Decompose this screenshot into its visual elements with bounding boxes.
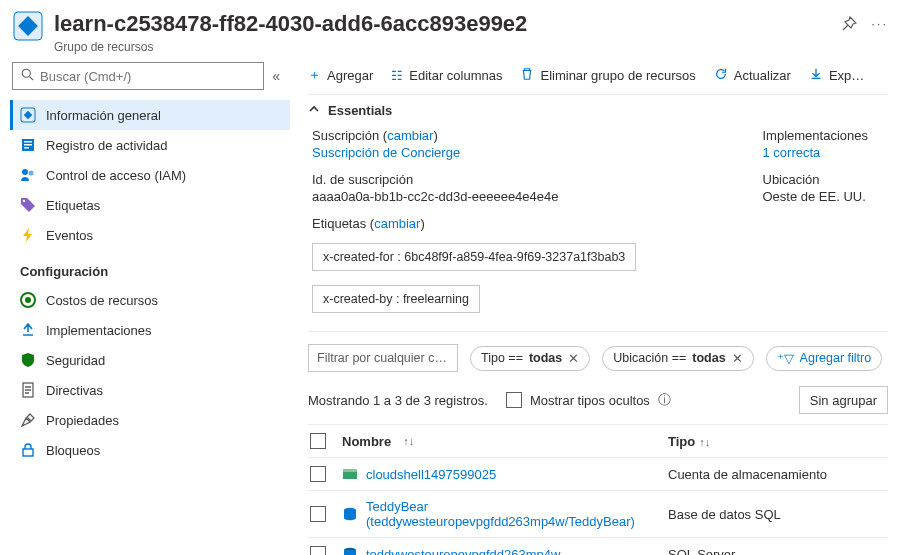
command-bar: ＋Agregar ☷Editar columnas Eliminar grupo… <box>308 62 888 94</box>
resource-table: Nombre↑↓ Tipo↑↓ cloudshell1497599025 Cue… <box>308 424 888 555</box>
svg-rect-8 <box>24 144 32 146</box>
sidebar-item-tags[interactable]: Etiquetas <box>10 190 290 220</box>
sidebar-item-label: Seguridad <box>46 353 105 368</box>
chevron-up-icon <box>308 103 320 118</box>
info-icon[interactable]: ⓘ <box>658 391 671 409</box>
trash-icon <box>520 67 534 84</box>
sidebar-item-events[interactable]: Eventos <box>10 220 290 250</box>
sidebar-item-label: Registro de actividad <box>46 138 167 153</box>
sidebar-item-properties[interactable]: Propiedades <box>10 405 290 435</box>
resource-type: Cuenta de almacenamiento <box>668 467 888 482</box>
resource-type: SQL Server <box>668 547 888 556</box>
filter-pill-location[interactable]: Ubicación == todas✕ <box>602 346 753 371</box>
select-all-checkbox[interactable] <box>310 433 326 449</box>
content-area: ＋Agregar ☷Editar columnas Eliminar grupo… <box>290 58 900 555</box>
row-checkbox[interactable] <box>310 466 326 482</box>
columns-icon: ☷ <box>391 68 403 83</box>
sidebar-item-label: Implementaciones <box>46 323 152 338</box>
table-row[interactable]: TeddyBear (teddywesteuropevpgfdd263mp4w/… <box>308 490 888 537</box>
svg-line-3 <box>30 77 34 81</box>
sidebar-item-activity-log[interactable]: Registro de actividad <box>10 130 290 160</box>
show-hidden-checkbox[interactable] <box>506 392 522 408</box>
tags-icon <box>20 197 36 213</box>
sidebar-item-label: Bloqueos <box>46 443 100 458</box>
tags-label: Etiquetas <box>312 216 366 231</box>
row-checkbox[interactable] <box>310 506 326 522</box>
add-filter-button[interactable]: ⁺▽Agregar filtro <box>766 346 883 371</box>
tag-pill[interactable]: x-created-by : freelearning <box>312 285 480 313</box>
search-input[interactable] <box>12 62 264 90</box>
group-by-select[interactable]: Sin agrupar <box>799 386 888 414</box>
sidebar-item-deployments[interactable]: Implementaciones <box>10 315 290 345</box>
sidebar-item-overview[interactable]: Información general <box>10 100 290 130</box>
sidebar-item-locks[interactable]: Bloqueos <box>10 435 290 465</box>
change-tags-link[interactable]: cambiar <box>374 216 420 231</box>
resource-link[interactable]: teddywesteuropevpgfdd263mp4w <box>366 547 560 556</box>
svg-point-11 <box>29 171 34 176</box>
subscription-link[interactable]: Suscripción de Concierge <box>312 145 703 160</box>
sidebar-item-security[interactable]: Seguridad <box>10 345 290 375</box>
page-subtitle: Grupo de recursos <box>54 40 841 54</box>
show-hidden-label: Mostrar tipos ocultos <box>530 393 650 408</box>
sidebar-item-label: Eventos <box>46 228 93 243</box>
svg-point-12 <box>23 200 25 202</box>
sidebar-item-label: Directivas <box>46 383 103 398</box>
add-button[interactable]: ＋Agregar <box>308 66 373 84</box>
refresh-button[interactable]: Actualizar <box>714 67 791 84</box>
svg-rect-18 <box>343 469 357 472</box>
table-row[interactable]: teddywesteuropevpgfdd263mp4w SQL Server <box>308 537 888 555</box>
svg-rect-9 <box>24 147 29 149</box>
close-icon[interactable]: ✕ <box>732 351 743 366</box>
policies-icon <box>20 382 36 398</box>
sidebar-item-policies[interactable]: Directivas <box>10 375 290 405</box>
search-field[interactable] <box>40 69 255 84</box>
sidebar-item-label: Etiquetas <box>46 198 100 213</box>
column-header-type[interactable]: Tipo↑↓ <box>668 434 888 449</box>
location-label: Ubicación <box>763 172 869 187</box>
change-subscription-link[interactable]: cambiar <box>387 128 433 143</box>
add-filter-icon: ⁺▽ <box>777 351 794 366</box>
essentials-toggle[interactable]: Essentials <box>308 94 888 128</box>
sidebar-item-label: Control de acceso (IAM) <box>46 168 186 183</box>
collapse-sidebar-icon[interactable]: « <box>272 68 280 84</box>
page-title: learn-c2538478-ff82-4030-add6-6acc893e99… <box>54 10 841 38</box>
column-header-name[interactable]: Nombre↑↓ <box>342 434 668 449</box>
delete-rg-button[interactable]: Eliminar grupo de recursos <box>520 67 695 84</box>
close-icon[interactable]: ✕ <box>568 351 579 366</box>
edit-columns-button[interactable]: ☷Editar columnas <box>391 68 502 83</box>
pin-icon[interactable] <box>841 16 857 35</box>
resource-type: Base de datos SQL <box>668 507 888 522</box>
more-icon[interactable]: ··· <box>871 16 888 35</box>
sidebar-item-iam[interactable]: Control de acceso (IAM) <box>10 160 290 190</box>
sql-database-icon <box>342 506 358 522</box>
export-button[interactable]: Exp… <box>809 67 864 84</box>
activity-log-icon <box>20 137 36 153</box>
events-icon <box>20 227 36 243</box>
row-checkbox[interactable] <box>310 546 326 555</box>
svg-rect-16 <box>23 449 33 456</box>
table-row[interactable]: cloudshell1497599025 Cuenta de almacenam… <box>308 457 888 490</box>
resource-link[interactable]: cloudshell1497599025 <box>366 467 496 482</box>
sql-server-icon <box>342 546 358 555</box>
subscription-id-label: Id. de suscripción <box>312 172 703 187</box>
security-icon <box>20 352 36 368</box>
deployments-link[interactable]: 1 correcta <box>763 145 869 160</box>
overview-icon <box>20 107 36 123</box>
subscription-id-value: aaaa0a0a-bb1b-cc2c-dd3d-eeeeee4e4e4e <box>312 189 703 204</box>
svg-point-10 <box>22 169 28 175</box>
tag-pill[interactable]: x-created-for : 6bc48f9f-a859-4fea-9f69-… <box>312 243 636 271</box>
search-icon <box>21 68 34 84</box>
resource-link[interactable]: TeddyBear (teddywesteuropevpgfdd263mp4w/… <box>366 499 668 529</box>
storage-account-icon <box>342 466 358 482</box>
location-value: Oeste de EE. UU. <box>763 189 869 204</box>
filter-bar: Filtrar por cualquier c… Tipo == todas✕ … <box>308 331 888 372</box>
page-header: learn-c2538478-ff82-4030-add6-6acc893e99… <box>0 0 900 58</box>
svg-point-14 <box>25 297 31 303</box>
sidebar-item-costs[interactable]: Costos de recursos <box>10 285 290 315</box>
svg-rect-7 <box>24 141 32 143</box>
svg-point-2 <box>22 69 30 77</box>
costs-icon <box>20 292 36 308</box>
filter-pill-type[interactable]: Tipo == todas✕ <box>470 346 590 371</box>
iam-icon <box>20 167 36 183</box>
filter-field-input[interactable]: Filtrar por cualquier c… <box>308 344 458 372</box>
